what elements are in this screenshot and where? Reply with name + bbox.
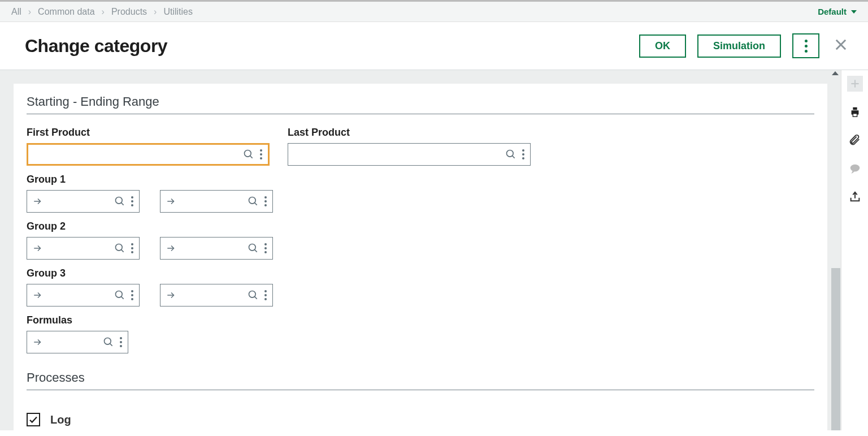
svg-line-5 [513, 156, 515, 158]
svg-point-25 [105, 338, 111, 345]
formulas-lookup[interactable] [99, 336, 118, 348]
first-product-lookup-button[interactable] [240, 149, 258, 160]
group1-to-more[interactable] [262, 196, 272, 206]
svg-point-4 [507, 150, 514, 157]
print-icon [849, 106, 861, 118]
formulas-label: Formulas [27, 314, 814, 326]
svg-point-16 [249, 244, 256, 251]
group3-to-wrapper [160, 284, 273, 307]
arrow-right-icon [160, 243, 181, 253]
content-panel: Starting - Ending Range First Product [14, 84, 827, 430]
formulas-more[interactable] [118, 337, 128, 347]
ok-button[interactable]: OK [639, 34, 686, 58]
group3-label: Group 3 [27, 267, 814, 279]
attachment-button[interactable] [847, 132, 863, 148]
group3-to-input[interactable] [181, 290, 244, 300]
svg-point-2 [245, 150, 251, 157]
group1-from-lookup[interactable] [111, 196, 129, 207]
arrow-right-icon [160, 196, 181, 206]
group3-from-more[interactable] [129, 290, 139, 300]
group3-from-wrapper [27, 284, 140, 307]
breadcrumb-utilities[interactable]: Utilities [163, 7, 193, 17]
svg-point-22 [249, 291, 256, 298]
group1-label: Group 1 [27, 174, 814, 185]
group1-from-more[interactable] [129, 196, 139, 206]
group3-from-lookup[interactable] [111, 290, 129, 301]
scrollbar-thumb[interactable] [831, 268, 840, 430]
first-product-more-button[interactable] [258, 149, 268, 159]
group3-from-input[interactable] [47, 290, 111, 300]
first-product-input-wrapper [27, 143, 270, 166]
group2-label: Group 2 [27, 221, 814, 232]
search-icon [248, 290, 259, 301]
group3-to-more[interactable] [262, 290, 272, 300]
group2-from-lookup[interactable] [111, 243, 129, 254]
group2-to-more[interactable] [262, 243, 272, 253]
arrow-right-icon [160, 290, 181, 300]
search-icon [243, 149, 254, 160]
plus-icon [849, 78, 861, 89]
formulas-input[interactable] [47, 337, 99, 347]
content-scroll-area: Starting - Ending Range First Product [0, 70, 841, 430]
layout-default-label: Default [818, 7, 847, 16]
svg-point-13 [116, 244, 123, 251]
first-product-input[interactable] [28, 149, 240, 159]
group1-from-input[interactable] [47, 196, 111, 206]
export-icon [849, 191, 861, 203]
arrow-right-icon [27, 290, 47, 300]
log-checkbox[interactable] [27, 413, 40, 426]
arrow-right-icon [27, 337, 47, 347]
search-icon [505, 149, 517, 160]
svg-line-11 [255, 203, 257, 205]
more-vertical-icon [805, 40, 808, 53]
group2-to-wrapper [160, 237, 273, 260]
breadcrumb-common-data[interactable]: Common data [38, 7, 95, 17]
last-product-input[interactable] [288, 149, 502, 159]
group2-to-input[interactable] [181, 243, 244, 253]
simulation-button[interactable]: Simulation [697, 34, 781, 58]
add-button [847, 76, 863, 92]
search-icon [114, 243, 125, 254]
group2-to-lookup[interactable] [244, 243, 262, 254]
first-product-label: First Product [27, 127, 270, 139]
svg-line-3 [250, 156, 253, 158]
page-title: Change category [25, 36, 639, 57]
group1-to-lookup[interactable] [244, 196, 262, 207]
more-actions-button[interactable] [792, 33, 819, 58]
check-icon [28, 415, 38, 425]
last-product-lookup-button[interactable] [502, 149, 520, 160]
svg-point-32 [850, 165, 860, 172]
search-icon [103, 336, 114, 348]
layout-default-dropdown[interactable]: Default [818, 7, 857, 16]
export-button[interactable] [847, 189, 863, 205]
search-icon [248, 196, 259, 207]
caret-down-icon [851, 10, 857, 14]
group1-to-input[interactable] [181, 196, 244, 206]
svg-rect-31 [853, 114, 857, 117]
arrow-right-icon [27, 196, 47, 206]
last-product-more-button[interactable] [520, 149, 530, 159]
group2-from-wrapper [27, 237, 140, 260]
chevron-right-icon: › [154, 7, 157, 17]
breadcrumb: All › Common data › Products › Utilities [11, 7, 193, 17]
svg-line-26 [110, 344, 112, 346]
attachment-icon [849, 134, 861, 146]
breadcrumb-products[interactable]: Products [111, 7, 147, 17]
search-icon [248, 243, 259, 254]
chevron-right-icon: › [102, 7, 105, 17]
search-icon [114, 196, 125, 207]
group2-from-input[interactable] [47, 243, 111, 253]
comment-button[interactable] [847, 161, 863, 176]
group1-from-wrapper [27, 190, 140, 213]
group2-from-more[interactable] [129, 243, 139, 253]
arrow-right-icon [27, 243, 47, 253]
header-actions: OK Simulation [639, 33, 851, 58]
scroll-up-arrow-icon[interactable] [832, 71, 839, 75]
comment-icon [849, 162, 861, 175]
close-button[interactable] [831, 34, 851, 57]
print-button[interactable] [847, 104, 863, 120]
svg-line-14 [121, 250, 124, 252]
last-product-input-wrapper [288, 143, 531, 166]
breadcrumb-all[interactable]: All [11, 7, 21, 17]
group3-to-lookup[interactable] [244, 290, 262, 301]
